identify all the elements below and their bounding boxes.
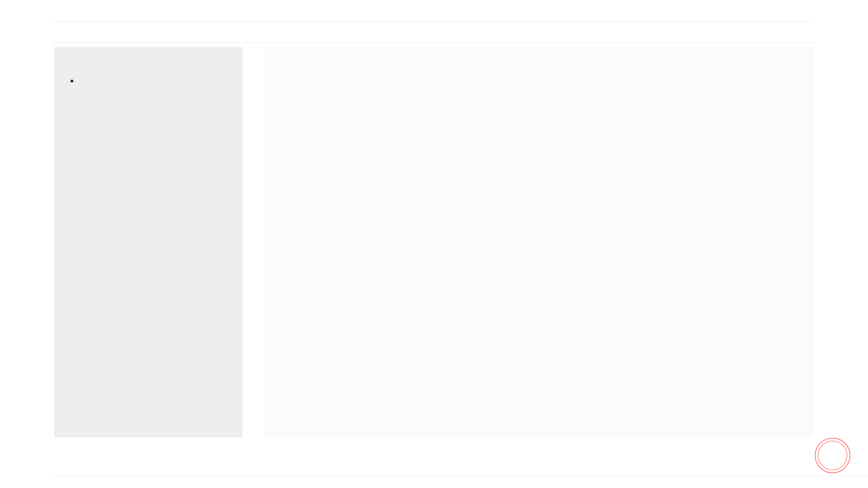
logo-stylr xyxy=(814,437,851,474)
content-row xyxy=(54,47,814,437)
diagram-connectors xyxy=(264,47,814,437)
divider-below-title xyxy=(54,42,814,43)
diagram-area xyxy=(264,47,814,437)
svg-point-0 xyxy=(815,438,850,473)
svg-point-1 xyxy=(818,441,847,470)
divider-bottom xyxy=(54,475,868,476)
page-title xyxy=(54,22,814,42)
sidebar xyxy=(54,47,242,437)
